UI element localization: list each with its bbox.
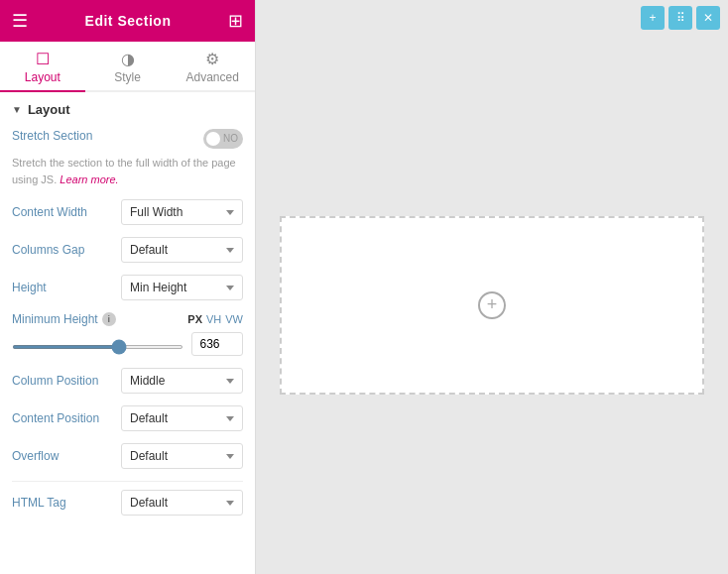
min-height-slider[interactable] <box>12 345 183 349</box>
columns-gap-label: Columns Gap <box>12 243 121 257</box>
stretch-section-toggle[interactable]: NO <box>203 129 243 149</box>
add-section-btn[interactable]: + <box>641 6 665 30</box>
min-height-input[interactable]: 636 <box>191 332 243 356</box>
close-canvas-btn[interactable]: ✕ <box>696 6 720 30</box>
html-tag-select[interactable]: Default header footer main article secti… <box>121 490 243 516</box>
overflow-select[interactable]: Default Hidden <box>121 443 243 469</box>
overflow-label: Overflow <box>12 449 121 463</box>
toggle-slider: NO <box>203 129 243 149</box>
panel-header: ☰ Edit Section ⊞ <box>0 0 255 42</box>
column-position-row: Column Position Top Middle Bottom <box>12 368 243 394</box>
layout-section-label: Layout <box>28 102 70 117</box>
menu-icon[interactable]: ☰ <box>12 10 28 32</box>
unit-tabs: PX VH VW <box>187 313 243 325</box>
min-height-slider-wrap <box>12 337 183 352</box>
canvas-area: + ‹ <box>256 36 728 574</box>
content-width-select[interactable]: Full Width Boxed <box>121 199 243 225</box>
style-tab-icon: ◑ <box>121 50 135 68</box>
column-position-control: Top Middle Bottom <box>121 368 243 394</box>
columns-gap-select[interactable]: Default No Gap Narrow Extended Wide Wide… <box>121 237 243 263</box>
move-btn[interactable]: ⠿ <box>668 6 692 30</box>
advanced-tab-icon: ⚙ <box>205 50 219 68</box>
columns-gap-row: Columns Gap Default No Gap Narrow Extend… <box>12 237 243 263</box>
height-select[interactable]: Default Fit To Screen Min Height <box>121 275 243 300</box>
content-width-control: Full Width Boxed <box>121 199 243 225</box>
content-width-row: Content Width Full Width Boxed <box>12 199 243 225</box>
tab-style[interactable]: ◑ Style <box>85 42 171 92</box>
height-label: Height <box>12 281 121 294</box>
html-tag-label: HTML Tag <box>12 496 121 510</box>
layout-section-heading: ▼ Layout <box>12 102 243 117</box>
section-add-button[interactable]: + <box>478 291 506 319</box>
stretch-section-row: Stretch Section NO <box>12 129 243 149</box>
divider <box>12 481 243 482</box>
unit-vw[interactable]: VW <box>225 313 243 325</box>
chevron-icon: ▼ <box>12 104 22 115</box>
layout-tab-icon: ☐ <box>36 50 50 68</box>
html-tag-control: Default header footer main article secti… <box>121 490 243 516</box>
content-position-control: Default Top Middle Bottom <box>121 405 243 431</box>
tab-layout-label: Layout <box>25 70 61 84</box>
info-icon[interactable]: i <box>102 312 116 326</box>
column-position-select[interactable]: Top Middle Bottom <box>121 368 243 394</box>
section-box: + <box>280 216 704 395</box>
min-height-label: Minimum Height i <box>12 312 187 326</box>
stretch-desc: Stretch the section to the full width of… <box>12 155 243 187</box>
tab-advanced[interactable]: ⚙ Advanced <box>170 42 255 92</box>
unit-vh[interactable]: VH <box>206 313 221 325</box>
toggle-no-label: NO <box>223 133 238 144</box>
tab-advanced-label: Advanced <box>185 70 238 84</box>
content-position-select[interactable]: Default Top Middle Bottom <box>121 405 243 431</box>
overflow-row: Overflow Default Hidden <box>12 443 243 469</box>
stretch-section-label: Stretch Section <box>12 129 203 143</box>
tabs-row: ☐ Layout ◑ Style ⚙ Advanced <box>0 42 255 92</box>
columns-gap-control: Default No Gap Narrow Extended Wide Wide… <box>121 237 243 263</box>
height-row: Height Default Fit To Screen Min Height <box>12 275 243 300</box>
panel-body: ▼ Layout Stretch Section NO Stretch the … <box>0 92 255 574</box>
right-panel: + ⠿ ✕ + ‹ <box>256 0 728 574</box>
learn-more-link[interactable]: Learn more. <box>60 173 118 185</box>
grid-icon[interactable]: ⊞ <box>228 10 243 32</box>
min-height-slider-row: 636 <box>12 332 243 356</box>
tab-style-label: Style <box>114 70 141 84</box>
min-height-label-row: Minimum Height i PX VH VW <box>12 312 243 326</box>
content-position-row: Content Position Default Top Middle Bott… <box>12 405 243 431</box>
unit-px[interactable]: PX <box>187 313 202 325</box>
stretch-desc-text: Stretch the section to the full width of… <box>12 157 236 185</box>
left-panel: ☰ Edit Section ⊞ ☐ Layout ◑ Style ⚙ Adva… <box>0 0 256 574</box>
height-control: Default Fit To Screen Min Height <box>121 275 243 300</box>
canvas-topbar: + ⠿ ✕ <box>256 0 728 36</box>
content-width-label: Content Width <box>12 205 121 219</box>
content-position-label: Content Position <box>12 411 121 425</box>
html-tag-row: HTML Tag Default header footer main arti… <box>12 490 243 516</box>
panel-title: Edit Section <box>85 13 172 29</box>
tab-layout[interactable]: ☐ Layout <box>0 42 85 92</box>
column-position-label: Column Position <box>12 374 121 388</box>
overflow-control: Default Hidden <box>121 443 243 469</box>
